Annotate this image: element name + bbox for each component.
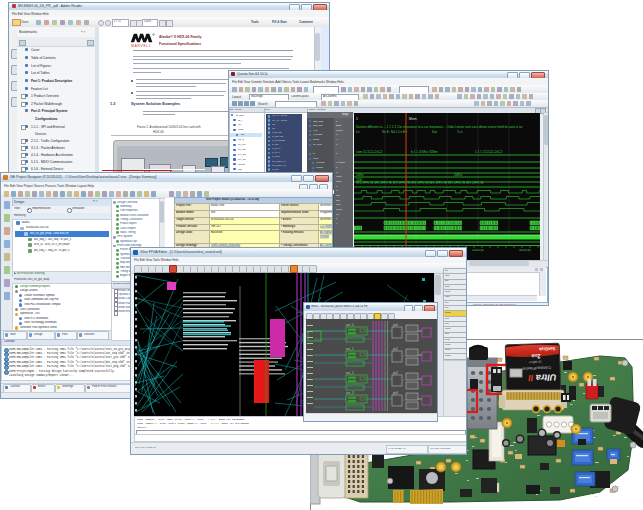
svg-text:Sn E. Sd.1.Cn Err: Sn E. Sd.1.Cn Err xyxy=(382,130,408,134)
svg-text:Ultra II: Ultra II xyxy=(528,372,557,383)
svg-text:CompactFlash®: CompactFlash® xyxy=(522,365,551,371)
svg-text:aur_0: aur_0 xyxy=(346,323,354,327)
svg-text:Lnm 1C1C2+2xC2: Lnm 1C1C2+2xC2 xyxy=(356,150,383,154)
svg-text:Dat: Dat xyxy=(432,130,437,134)
svg-text:10Ke: 10Ke xyxy=(356,173,364,177)
svg-text:aur_2: aur_2 xyxy=(346,371,354,375)
svg-text:1 1 1 1C1C2+2xC2: 1 1 1 1C1C2+2xC2 xyxy=(475,150,502,154)
svg-text:gtx2: gtx2 xyxy=(393,371,398,375)
svg-text:aur_3: aur_3 xyxy=(346,391,354,395)
svg-text:gtx1: gtx1 xyxy=(393,347,398,351)
svg-text:Ln: Ln xyxy=(356,130,360,134)
svg-text:2l6Ke: 2l6Ke xyxy=(454,173,462,177)
svg-text:gtx3: gtx3 xyxy=(393,391,398,395)
svg-text:aur_1: aur_1 xyxy=(346,347,354,351)
svg-text:b 1 1 2l 6Ke 32l6m: b 1 1 2l 6Ke 32l6m xyxy=(411,150,438,154)
svg-text:MARVELL: MARVELL xyxy=(131,44,151,48)
svg-text:SanDisk: SanDisk xyxy=(538,346,555,352)
svg-text:3F1 1FF5 7E 3F1 1FF5 7E 3F1 1F: 3F1 1FF5 7E 3F1 1FF5 7E 3F1 1FF5 7E 3F1 … xyxy=(356,181,484,185)
svg-text:gtx0: gtx0 xyxy=(393,323,398,327)
svg-text:1: 1 xyxy=(356,117,358,121)
svg-text:Denote different to ... 1 1 1: Denote different to ... 1 1 1 1 Car insu… xyxy=(356,125,523,129)
svg-text:7+n: 7+n xyxy=(457,130,463,134)
svg-text:15 MB/s*: 15 MB/s* xyxy=(528,360,542,364)
svg-text:Mem: Mem xyxy=(409,117,417,121)
